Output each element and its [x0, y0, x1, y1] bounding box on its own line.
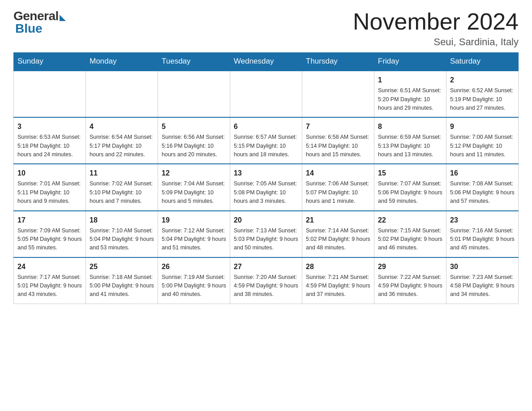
weekday-header-sunday: Sunday [14, 52, 86, 71]
day-number: 25 [90, 261, 154, 272]
day-info: Sunrise: 7:05 AM Sunset: 5:08 PM Dayligh… [234, 180, 298, 206]
day-number: 20 [234, 215, 298, 226]
day-number: 6 [234, 121, 298, 132]
calendar-title: November 2024 [353, 9, 519, 34]
day-info: Sunrise: 7:04 AM Sunset: 5:09 PM Dayligh… [162, 180, 226, 206]
calendar-cell: 29Sunrise: 7:22 AM Sunset: 4:59 PM Dayli… [374, 257, 446, 304]
calendar-week-5: 24Sunrise: 7:17 AM Sunset: 5:01 PM Dayli… [14, 257, 519, 304]
day-info: Sunrise: 6:58 AM Sunset: 5:14 PM Dayligh… [306, 133, 370, 159]
day-number: 22 [378, 215, 442, 226]
calendar-cell [230, 71, 302, 117]
calendar-cell: 9Sunrise: 7:00 AM Sunset: 5:12 PM Daylig… [446, 117, 519, 164]
calendar-week-3: 10Sunrise: 7:01 AM Sunset: 5:11 PM Dayli… [14, 164, 519, 210]
day-info: Sunrise: 7:06 AM Sunset: 5:07 PM Dayligh… [306, 180, 370, 206]
day-number: 28 [306, 261, 370, 272]
day-number: 10 [17, 168, 82, 179]
day-number: 1 [378, 75, 442, 86]
day-number: 4 [90, 121, 154, 132]
weekday-header-saturday: Saturday [446, 52, 519, 71]
logo-blue-text: Blue [13, 21, 43, 36]
day-info: Sunrise: 7:08 AM Sunset: 5:06 PM Dayligh… [450, 180, 515, 206]
day-number: 24 [17, 261, 82, 272]
day-info: Sunrise: 6:59 AM Sunset: 5:13 PM Dayligh… [378, 133, 442, 159]
calendar-week-1: 1Sunrise: 6:51 AM Sunset: 5:20 PM Daylig… [14, 71, 519, 117]
calendar-cell: 2Sunrise: 6:52 AM Sunset: 5:19 PM Daylig… [446, 71, 519, 117]
weekday-header-thursday: Thursday [302, 52, 374, 71]
calendar-cell: 21Sunrise: 7:14 AM Sunset: 5:02 PM Dayli… [302, 211, 374, 257]
day-info: Sunrise: 7:19 AM Sunset: 5:00 PM Dayligh… [162, 273, 226, 299]
calendar-cell: 5Sunrise: 6:56 AM Sunset: 5:16 PM Daylig… [158, 117, 230, 164]
calendar-cell: 20Sunrise: 7:13 AM Sunset: 5:03 PM Dayli… [230, 211, 302, 257]
weekday-header-friday: Friday [374, 52, 446, 71]
day-info: Sunrise: 7:15 AM Sunset: 5:02 PM Dayligh… [378, 227, 442, 253]
calendar-week-2: 3Sunrise: 6:53 AM Sunset: 5:18 PM Daylig… [14, 117, 519, 164]
calendar-cell: 22Sunrise: 7:15 AM Sunset: 5:02 PM Dayli… [374, 211, 446, 257]
calendar-cell: 16Sunrise: 7:08 AM Sunset: 5:06 PM Dayli… [446, 164, 519, 210]
day-number: 19 [162, 215, 226, 226]
calendar-cell: 19Sunrise: 7:12 AM Sunset: 5:04 PM Dayli… [158, 211, 230, 257]
day-info: Sunrise: 7:02 AM Sunset: 5:10 PM Dayligh… [90, 180, 154, 206]
calendar-cell: 25Sunrise: 7:18 AM Sunset: 5:00 PM Dayli… [86, 257, 158, 304]
calendar-cell: 24Sunrise: 7:17 AM Sunset: 5:01 PM Dayli… [14, 257, 86, 304]
day-info: Sunrise: 7:07 AM Sunset: 5:06 PM Dayligh… [378, 180, 442, 206]
day-number: 8 [378, 121, 442, 132]
calendar-cell: 27Sunrise: 7:20 AM Sunset: 4:59 PM Dayli… [230, 257, 302, 304]
calendar-cell: 15Sunrise: 7:07 AM Sunset: 5:06 PM Dayli… [374, 164, 446, 210]
calendar-cell: 23Sunrise: 7:16 AM Sunset: 5:01 PM Dayli… [446, 211, 519, 257]
calendar-table: SundayMondayTuesdayWednesdayThursdayFrid… [13, 52, 519, 304]
calendar-cell: 14Sunrise: 7:06 AM Sunset: 5:07 PM Dayli… [302, 164, 374, 210]
day-info: Sunrise: 6:51 AM Sunset: 5:20 PM Dayligh… [378, 86, 442, 112]
title-section: November 2024 Seui, Sardinia, Italy [353, 9, 519, 48]
day-info: Sunrise: 7:09 AM Sunset: 5:05 PM Dayligh… [17, 227, 82, 253]
weekday-header-monday: Monday [86, 52, 158, 71]
day-number: 16 [450, 168, 515, 179]
calendar-cell: 6Sunrise: 6:57 AM Sunset: 5:15 PM Daylig… [230, 117, 302, 164]
day-info: Sunrise: 7:13 AM Sunset: 5:03 PM Dayligh… [234, 227, 298, 253]
calendar-cell [158, 71, 230, 117]
calendar-cell: 30Sunrise: 7:23 AM Sunset: 4:58 PM Dayli… [446, 257, 519, 304]
day-number: 18 [90, 215, 154, 226]
logo: General Blue [13, 9, 66, 36]
day-info: Sunrise: 7:17 AM Sunset: 5:01 PM Dayligh… [17, 273, 82, 299]
calendar-cell: 17Sunrise: 7:09 AM Sunset: 5:05 PM Dayli… [14, 211, 86, 257]
calendar-cell [86, 71, 158, 117]
calendar-cell: 3Sunrise: 6:53 AM Sunset: 5:18 PM Daylig… [14, 117, 86, 164]
day-info: Sunrise: 7:01 AM Sunset: 5:11 PM Dayligh… [17, 180, 82, 206]
day-info: Sunrise: 6:52 AM Sunset: 5:19 PM Dayligh… [450, 86, 515, 112]
day-number: 5 [162, 121, 226, 132]
day-info: Sunrise: 7:12 AM Sunset: 5:04 PM Dayligh… [162, 227, 226, 253]
day-number: 21 [306, 215, 370, 226]
day-number: 7 [306, 121, 370, 132]
day-number: 12 [162, 168, 226, 179]
day-info: Sunrise: 7:20 AM Sunset: 4:59 PM Dayligh… [234, 273, 298, 299]
day-info: Sunrise: 7:00 AM Sunset: 5:12 PM Dayligh… [450, 133, 515, 159]
day-info: Sunrise: 6:53 AM Sunset: 5:18 PM Dayligh… [17, 133, 82, 159]
calendar-header-row: SundayMondayTuesdayWednesdayThursdayFrid… [14, 52, 519, 71]
calendar-cell: 28Sunrise: 7:21 AM Sunset: 4:59 PM Dayli… [302, 257, 374, 304]
location-subtitle: Seui, Sardinia, Italy [353, 36, 519, 48]
day-info: Sunrise: 7:16 AM Sunset: 5:01 PM Dayligh… [450, 227, 515, 253]
day-number: 13 [234, 168, 298, 179]
day-number: 27 [234, 261, 298, 272]
calendar-cell: 10Sunrise: 7:01 AM Sunset: 5:11 PM Dayli… [14, 164, 86, 210]
day-number: 17 [17, 215, 82, 226]
page-header: General Blue November 2024 Seui, Sardini… [13, 9, 519, 48]
day-info: Sunrise: 7:22 AM Sunset: 4:59 PM Dayligh… [378, 273, 442, 299]
day-number: 9 [450, 121, 515, 132]
weekday-header-tuesday: Tuesday [158, 52, 230, 71]
calendar-cell: 7Sunrise: 6:58 AM Sunset: 5:14 PM Daylig… [302, 117, 374, 164]
day-number: 11 [90, 168, 154, 179]
calendar-cell: 26Sunrise: 7:19 AM Sunset: 5:00 PM Dayli… [158, 257, 230, 304]
calendar-cell: 12Sunrise: 7:04 AM Sunset: 5:09 PM Dayli… [158, 164, 230, 210]
day-number: 3 [17, 121, 82, 132]
day-info: Sunrise: 7:18 AM Sunset: 5:00 PM Dayligh… [90, 273, 154, 299]
calendar-cell: 11Sunrise: 7:02 AM Sunset: 5:10 PM Dayli… [86, 164, 158, 210]
calendar-cell: 4Sunrise: 6:54 AM Sunset: 5:17 PM Daylig… [86, 117, 158, 164]
day-info: Sunrise: 7:23 AM Sunset: 4:58 PM Dayligh… [450, 273, 515, 299]
weekday-header-wednesday: Wednesday [230, 52, 302, 71]
calendar-cell [302, 71, 374, 117]
day-info: Sunrise: 7:10 AM Sunset: 5:04 PM Dayligh… [90, 227, 154, 253]
calendar-cell: 1Sunrise: 6:51 AM Sunset: 5:20 PM Daylig… [374, 71, 446, 117]
day-number: 14 [306, 168, 370, 179]
day-number: 29 [378, 261, 442, 272]
